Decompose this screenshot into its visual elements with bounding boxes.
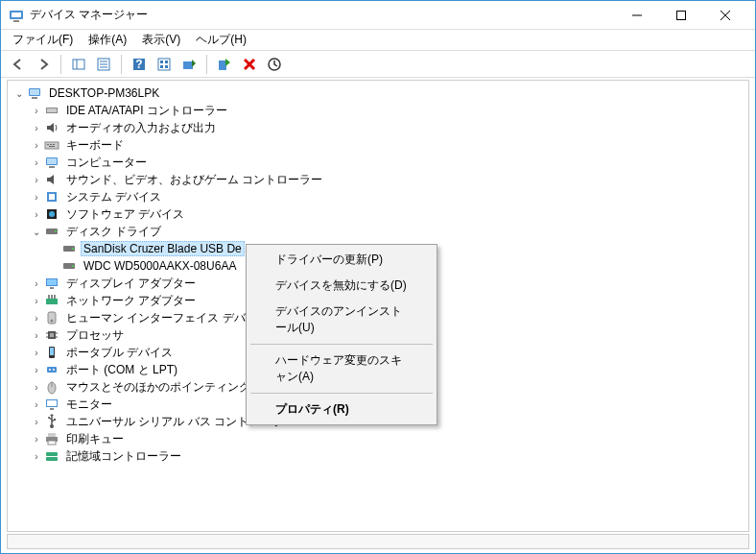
svg-rect-32	[50, 144, 52, 145]
expander-icon[interactable]: ›	[29, 276, 44, 291]
category-label[interactable]: プロセッサ	[63, 326, 127, 345]
enable-button[interactable]	[213, 53, 236, 76]
svg-point-41	[49, 211, 55, 217]
menu-bar: ファイル(F) 操作(A) 表示(V) ヘルプ(H)	[1, 30, 755, 51]
svg-point-66	[49, 369, 51, 371]
ctx-disable-device[interactable]: デバイスを無効にする(D)	[248, 273, 435, 299]
ctx-scan-hardware[interactable]: ハードウェア変更のスキャン(A)	[248, 348, 435, 390]
monitor-icon	[44, 397, 59, 412]
tree-category[interactable]: ›ソフトウェア デバイス	[8, 205, 748, 223]
expander-icon[interactable]: ›	[29, 189, 44, 205]
app-icon	[9, 8, 24, 23]
expander-icon[interactable]: ›	[29, 431, 44, 446]
svg-rect-50	[50, 287, 54, 289]
menu-action[interactable]: 操作(A)	[81, 30, 134, 50]
svg-rect-34	[49, 146, 55, 147]
tree-root-label[interactable]: DESKTOP-PM36LPK	[46, 85, 162, 101]
category-label[interactable]: ポート (COM と LPT)	[63, 361, 180, 379]
svg-rect-37	[49, 166, 55, 168]
category-label[interactable]: モニター	[63, 396, 115, 414]
tree-category[interactable]: ›サウンド、ビデオ、およびゲーム コントローラー	[8, 171, 748, 188]
ctx-properties[interactable]: プロパティ(R)	[248, 397, 435, 422]
tree-category[interactable]: ›システム デバイス	[8, 188, 748, 205]
expander-icon[interactable]: ⌄	[12, 85, 27, 101]
portable-icon	[44, 345, 59, 360]
list-button[interactable]	[153, 53, 176, 76]
expander-icon[interactable]: ›	[29, 137, 44, 153]
uninstall-button[interactable]	[238, 53, 261, 76]
ctx-update-driver[interactable]: ドライバーの更新(P)	[248, 247, 435, 273]
category-label[interactable]: ディスプレイ アダプター	[63, 275, 199, 293]
category-label[interactable]: システム デバイス	[63, 188, 164, 206]
expander-icon[interactable]: ›	[29, 397, 44, 412]
menu-view[interactable]: 表示(V)	[134, 30, 188, 50]
svg-rect-53	[51, 295, 53, 299]
svg-rect-29	[47, 108, 57, 112]
svg-rect-7	[73, 60, 84, 69]
svg-rect-26	[30, 89, 39, 95]
expander-icon[interactable]: ›	[29, 293, 44, 308]
expander-icon[interactable]: ›	[29, 103, 44, 118]
expander-icon[interactable]: ›	[29, 310, 44, 325]
category-label[interactable]: ソフトウェア デバイス	[63, 205, 187, 224]
category-label[interactable]: IDE ATA/ATAPI コントローラー	[63, 102, 230, 120]
scan-hardware-button[interactable]	[177, 53, 201, 76]
tree-category[interactable]: ›コンピューター	[8, 154, 748, 171]
category-label[interactable]: 印刷キュー	[63, 430, 127, 448]
tree-category-disk[interactable]: ⌄ディスク ドライブ	[8, 223, 748, 240]
ctx-uninstall-device[interactable]: デバイスのアンインストール(U)	[248, 299, 435, 341]
ctx-separator	[250, 344, 433, 345]
category-label[interactable]: ポータブル デバイス	[63, 344, 176, 362]
expander-icon[interactable]: ⌄	[29, 224, 44, 239]
category-label[interactable]: ヒューマン インターフェイス デバイス	[63, 309, 272, 327]
category-label[interactable]: ディスク ドライブ	[63, 223, 164, 241]
close-button[interactable]	[703, 1, 747, 30]
expander-icon[interactable]: ›	[29, 206, 44, 222]
svg-rect-39	[49, 194, 55, 200]
svg-rect-31	[47, 144, 49, 145]
expander-icon[interactable]: ›	[29, 414, 44, 429]
ctx-separator	[250, 393, 433, 394]
svg-point-56	[51, 320, 54, 323]
expander-icon[interactable]: ›	[29, 448, 44, 464]
svg-rect-17	[165, 60, 168, 63]
expander-icon[interactable]: ›	[29, 155, 44, 170]
tree-category[interactable]: ›オーディオの入力および出力	[8, 119, 748, 136]
expander-icon[interactable]: ›	[29, 345, 44, 360]
help-button[interactable]: ?	[128, 53, 151, 76]
software-icon	[44, 206, 59, 222]
show-hide-tree-button[interactable]	[67, 53, 90, 76]
tree-category[interactable]: ›キーボード	[8, 136, 748, 154]
category-label[interactable]: 記憶域コントローラー	[63, 447, 184, 466]
category-label[interactable]: オーディオの入力および出力	[63, 119, 219, 137]
tree-category[interactable]: ›IDE ATA/ATAPI コントローラー	[8, 102, 748, 119]
expander-icon[interactable]: ›	[29, 120, 44, 135]
minimize-button[interactable]	[615, 1, 659, 30]
expander-icon[interactable]: ›	[29, 379, 44, 395]
back-button[interactable]	[7, 53, 30, 76]
tree-category[interactable]: ›印刷キュー	[8, 430, 748, 447]
forward-button[interactable]	[32, 53, 55, 76]
menu-file[interactable]: ファイル(F)	[5, 30, 81, 50]
tree-root[interactable]: ⌄ DESKTOP-PM36LPK	[8, 84, 748, 102]
svg-rect-4	[677, 11, 686, 19]
svg-rect-33	[53, 144, 55, 145]
expander-icon[interactable]: ›	[29, 327, 44, 343]
category-label[interactable]: コンピューター	[63, 154, 150, 172]
device-label[interactable]: WDC WD5000AAKX-08U6AA	[81, 258, 239, 274]
category-label[interactable]: キーボード	[63, 136, 127, 155]
network-icon	[44, 293, 59, 308]
storage-icon	[44, 448, 59, 464]
category-label[interactable]: サウンド、ビデオ、およびゲーム コントローラー	[63, 171, 325, 189]
update-driver-button[interactable]	[263, 53, 286, 76]
expander-icon[interactable]: ›	[29, 172, 44, 187]
svg-rect-30	[45, 142, 59, 149]
maximize-button[interactable]	[659, 1, 703, 30]
tree-category[interactable]: ›記憶域コントローラー	[8, 447, 748, 465]
expander-icon[interactable]: ›	[29, 362, 44, 377]
menu-help[interactable]: ヘルプ(H)	[188, 30, 254, 50]
computer-icon	[44, 155, 59, 170]
properties-button[interactable]	[92, 53, 115, 76]
device-label[interactable]: SanDisk Cruzer Blade USB De	[81, 241, 245, 256]
category-label[interactable]: ネットワーク アダプター	[63, 292, 199, 310]
